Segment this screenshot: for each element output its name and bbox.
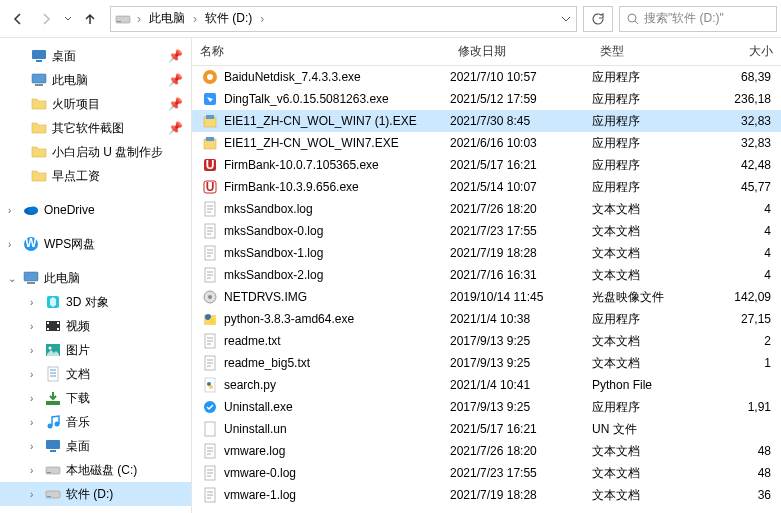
expand-icon[interactable]: › (30, 393, 44, 404)
file-row[interactable]: python-3.8.3-amd64.exe 2021/1/4 10:38 应用… (192, 308, 781, 330)
file-date: 2021/5/17 16:21 (450, 158, 592, 172)
expand-icon[interactable]: › (30, 369, 44, 380)
dropdown-icon[interactable] (560, 13, 572, 25)
tree-item[interactable]: ›图片 (0, 338, 191, 362)
file-date: 2021/7/19 18:28 (450, 246, 592, 260)
breadcrumb-segment[interactable]: 软件 (D:) (199, 8, 258, 29)
back-button[interactable] (4, 5, 32, 33)
tree-item[interactable]: ›本地磁盘 (C:) (0, 458, 191, 482)
file-date: 2021/7/23 17:55 (450, 224, 592, 238)
file-row[interactable]: readme.txt 2017/9/13 9:25 文本文档 2 (192, 330, 781, 352)
search-icon (626, 12, 640, 26)
file-type: 应用程序 (592, 311, 722, 328)
forward-button[interactable] (32, 5, 60, 33)
file-icon (202, 157, 218, 173)
pc-icon (30, 71, 48, 89)
collapse-icon[interactable]: ⌄ (8, 273, 22, 284)
file-row[interactable]: Uninstall.un 2021/5/17 16:21 UN 文件 (192, 418, 781, 440)
expand-icon[interactable]: › (30, 441, 44, 452)
file-row[interactable]: mksSandbox-1.log 2021/7/19 18:28 文本文档 4 (192, 242, 781, 264)
file-date: 2021/7/30 8:45 (450, 114, 592, 128)
onedrive-icon (22, 201, 40, 219)
expand-icon[interactable]: › (30, 321, 44, 332)
file-icon (202, 245, 218, 261)
tree-item[interactable]: 此电脑📌 (0, 68, 191, 92)
file-name: BaiduNetdisk_7.4.3.3.exe (224, 70, 361, 84)
address-toolbar: › 此电脑 › 软件 (D:) › 搜索"软件 (D:)" (0, 0, 781, 38)
file-name: mksSandbox-1.log (224, 246, 323, 260)
file-row[interactable]: FirmBank-10.0.7.105365.exe 2021/5/17 16:… (192, 154, 781, 176)
file-row[interactable]: Uninstall.exe 2017/9/13 9:25 应用程序 1,91 (192, 396, 781, 418)
tree-item[interactable]: ›软件 (D:) (0, 482, 191, 506)
chevron-right-icon[interactable]: › (135, 12, 143, 26)
file-type: 光盘映像文件 (592, 289, 722, 306)
file-date: 2021/5/14 10:07 (450, 180, 592, 194)
file-type: 应用程序 (592, 113, 722, 130)
tree-item[interactable]: ›3D 对象 (0, 290, 191, 314)
tree-label: 下载 (66, 390, 90, 407)
file-type: 文本文档 (592, 333, 722, 350)
history-dropdown[interactable] (60, 14, 76, 24)
file-row[interactable]: readme_big5.txt 2017/9/13 9:25 文本文档 1 (192, 352, 781, 374)
breadcrumb-segment[interactable]: 此电脑 (143, 8, 191, 29)
tree-label: 图片 (66, 342, 90, 359)
expand-icon[interactable]: › (30, 297, 44, 308)
tree-item[interactable]: 小白启动 U 盘制作步 (0, 140, 191, 164)
file-row[interactable]: mksSandbox.log 2021/7/26 18:20 文本文档 4 (192, 198, 781, 220)
col-size[interactable]: 大小 (722, 43, 781, 60)
tree-item[interactable]: ›视频 (0, 314, 191, 338)
file-row[interactable]: vmware-1.log 2021/7/19 18:28 文本文档 36 (192, 484, 781, 506)
col-type[interactable]: 类型 (592, 43, 722, 60)
expand-icon[interactable]: › (30, 417, 44, 428)
chevron-right-icon[interactable]: › (258, 12, 266, 26)
search-input[interactable]: 搜索"软件 (D:)" (619, 6, 777, 32)
tree-item[interactable]: ›音乐 (0, 410, 191, 434)
file-row[interactable]: EIE11_ZH-CN_WOL_WIN7.EXE 2021/6/16 10:03… (192, 132, 781, 154)
file-row[interactable]: search.py 2021/1/4 10:41 Python File (192, 374, 781, 396)
folder-icon (30, 143, 48, 161)
file-icon (202, 399, 218, 415)
tree-item[interactable]: ›文档 (0, 362, 191, 386)
breadcrumb[interactable]: › 此电脑 › 软件 (D:) › (110, 6, 577, 32)
tree-item[interactable]: 早点工资 (0, 164, 191, 188)
navigation-tree: 桌面📌此电脑📌火听项目📌其它软件截图📌小白启动 U 盘制作步早点工资›OneDr… (0, 38, 192, 513)
expand-icon[interactable]: › (30, 465, 44, 476)
tree-item-thispc[interactable]: ⌄此电脑 (0, 266, 191, 290)
column-headers: 名称 修改日期 类型 大小 (192, 38, 781, 66)
file-name: mksSandbox-0.log (224, 224, 323, 238)
tree-item[interactable]: 其它软件截图📌 (0, 116, 191, 140)
file-size: 1,91 (722, 400, 781, 414)
up-button[interactable] (76, 5, 104, 33)
file-size: 48 (722, 466, 781, 480)
expand-icon[interactable]: › (30, 345, 44, 356)
tree-item[interactable]: ›下载 (0, 386, 191, 410)
col-date[interactable]: 修改日期 (450, 43, 592, 60)
tree-item[interactable]: 桌面📌 (0, 44, 191, 68)
tree-item-onedrive[interactable]: ›OneDrive (0, 198, 191, 222)
file-row[interactable]: FirmBank-10.3.9.656.exe 2021/5/14 10:07 … (192, 176, 781, 198)
expand-icon[interactable]: › (30, 489, 44, 500)
tree-item-wps[interactable]: ›WPS网盘 (0, 232, 191, 256)
file-row[interactable]: mksSandbox-2.log 2021/7/16 16:31 文本文档 4 (192, 264, 781, 286)
file-list[interactable]: BaiduNetdisk_7.4.3.3.exe 2021/7/10 10:57… (192, 66, 781, 513)
file-row[interactable]: vmware-0.log 2021/7/23 17:55 文本文档 48 (192, 462, 781, 484)
file-row[interactable]: vmware.log 2021/7/26 18:20 文本文档 48 (192, 440, 781, 462)
col-name[interactable]: 名称 (192, 43, 450, 60)
tree-item[interactable]: 火听项目📌 (0, 92, 191, 116)
refresh-button[interactable] (583, 6, 613, 32)
file-row[interactable]: DingTalk_v6.0.15.5081263.exe 2021/5/12 1… (192, 88, 781, 110)
file-row[interactable]: NETDRVS.IMG 2019/10/14 11:45 光盘映像文件 142,… (192, 286, 781, 308)
pin-icon: 📌 (168, 73, 191, 87)
file-row[interactable]: BaiduNetdisk_7.4.3.3.exe 2021/7/10 10:57… (192, 66, 781, 88)
file-icon (202, 333, 218, 349)
tree-label: 软件 (D:) (66, 486, 113, 503)
file-row[interactable]: EIE11_ZH-CN_WOL_WIN7 (1).EXE 2021/7/30 8… (192, 110, 781, 132)
file-row[interactable]: mksSandbox-0.log 2021/7/23 17:55 文本文档 4 (192, 220, 781, 242)
expand-icon[interactable]: › (8, 205, 22, 216)
file-type: UN 文件 (592, 421, 722, 438)
tree-label: 文档 (66, 366, 90, 383)
expand-icon[interactable]: › (8, 239, 22, 250)
folder-icon (30, 167, 48, 185)
tree-item[interactable]: ›桌面 (0, 434, 191, 458)
chevron-right-icon[interactable]: › (191, 12, 199, 26)
